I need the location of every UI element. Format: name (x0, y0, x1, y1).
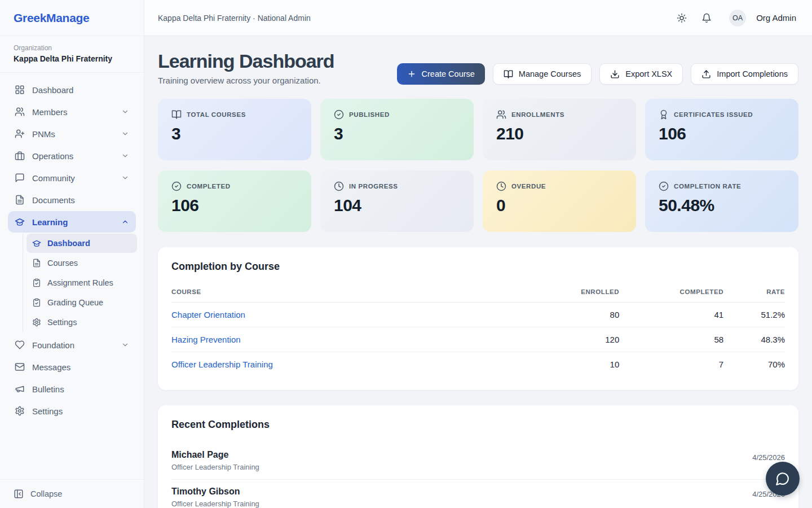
sidebar-item-dashboard[interactable]: Dashboard (8, 79, 136, 100)
collapse-sidebar-button[interactable]: Collapse (0, 479, 144, 508)
book-open-icon (504, 69, 513, 79)
app-logo[interactable]: GreekManage (14, 11, 89, 25)
export-xlsx-button[interactable]: Export XLSX (599, 63, 683, 85)
stat-label: COMPLETED (187, 183, 231, 190)
plus-icon (407, 69, 416, 78)
sidebar-item-pnms[interactable]: PNMs (8, 123, 136, 144)
org-block: Organization Kappa Delta Phi Fraternity (0, 36, 144, 73)
main-content: Learning Dashboard Training overview acr… (144, 36, 812, 508)
member-name: Timothy Gibson (171, 487, 259, 497)
stat-card-completion-rate: COMPLETION RATE 50.48% (645, 170, 798, 232)
sidebar-item-documents[interactable]: Documents (8, 189, 136, 211)
import-completions-label: Import Completions (717, 69, 788, 78)
bell-icon (701, 13, 712, 23)
stat-card-in-progress: IN PROGRESS 104 (320, 170, 474, 232)
list-item: Timothy Gibson Officer Leadership Traini… (171, 480, 785, 508)
sidebar-subitem-grading-queue[interactable]: Grading Queue (27, 293, 137, 312)
logo-wrap: GreekManage (0, 0, 144, 36)
course-link[interactable]: Hazing Prevention (171, 335, 241, 344)
stat-label: COMPLETION RATE (674, 183, 741, 190)
avatar[interactable]: OA (729, 10, 746, 27)
sidebar-nav: Dashboard Members PNMs Operations (0, 73, 144, 479)
export-xlsx-label: Export XLSX (625, 69, 672, 78)
course-link[interactable]: Chapter Orientation (171, 310, 245, 319)
column-header-rate: RATE (723, 283, 785, 303)
sidebar-item-label: Learning (32, 217, 114, 227)
sidebar-item-learning[interactable]: Learning (8, 211, 136, 233)
sidebar-subitem-label: Grading Queue (47, 298, 103, 307)
stat-value: 106 (659, 124, 785, 143)
completion-course: Officer Leadership Training (171, 463, 259, 471)
sidebar: GreekManage Organization Kappa Delta Phi… (0, 0, 144, 508)
header-actions: Create Course Manage Courses Export XLSX (397, 63, 798, 85)
sidebar-subitem-label: Dashboard (47, 239, 90, 248)
learning-submenu: Dashboard Courses Assignment Rules Gradi… (23, 234, 137, 332)
course-link[interactable]: Officer Leadership Training (171, 360, 273, 369)
stat-value: 0 (496, 196, 623, 215)
completion-by-course-title: Completion by Course (171, 261, 785, 273)
message-square-icon (15, 173, 25, 183)
stat-value: 106 (171, 196, 298, 215)
gear-icon (32, 318, 41, 327)
theme-toggle-button[interactable] (672, 8, 692, 28)
page-title: Learning Dashboard (158, 51, 334, 72)
sidebar-subitem-learning-dashboard[interactable]: Dashboard (27, 234, 137, 253)
check-circle-icon (659, 181, 669, 191)
import-completions-button[interactable]: Import Completions (691, 63, 798, 85)
enrolled-value: 80 (515, 303, 619, 327)
mail-icon (15, 362, 25, 372)
topbar-right: OA Org Admin (672, 8, 798, 28)
sidebar-item-members[interactable]: Members (8, 101, 136, 122)
stat-label: TOTAL COURSES (187, 111, 246, 118)
completion-info: Michael Page Officer Leadership Training (171, 450, 259, 471)
sidebar-subitem-learning-settings[interactable]: Settings (27, 313, 137, 332)
sidebar-item-label: Bulletins (32, 384, 129, 394)
stat-card-completed: COMPLETED 106 (158, 170, 311, 232)
org-label: Organization (14, 44, 130, 52)
stats-grid: TOTAL COURSES 3 PUBLISHED 3 (158, 99, 798, 232)
manage-courses-button[interactable]: Manage Courses (493, 63, 592, 85)
sidebar-item-bulletins[interactable]: Bulletins (8, 378, 136, 400)
clock-icon (496, 181, 506, 191)
right-column: Kappa Delta Phi Fraternity · National Ad… (144, 0, 812, 508)
users-icon (15, 107, 25, 117)
layout-grid-icon (15, 85, 25, 95)
clock-icon (334, 181, 344, 191)
sidebar-item-label: Settings (32, 406, 129, 416)
sidebar-item-operations[interactable]: Operations (8, 145, 136, 167)
enrolled-value: 10 (515, 352, 619, 377)
stat-value: 210 (496, 124, 623, 143)
notifications-button[interactable] (696, 8, 717, 28)
sidebar-subitem-assignment-rules[interactable]: Assignment Rules (27, 273, 137, 292)
clipboard-check-icon (32, 298, 41, 307)
create-course-button[interactable]: Create Course (397, 63, 485, 85)
recent-completions-list: Michael Page Officer Leadership Training… (171, 443, 785, 508)
sidebar-item-settings[interactable]: Settings (8, 400, 136, 422)
collapse-label: Collapse (30, 489, 62, 498)
sidebar-item-foundation[interactable]: Foundation (8, 334, 136, 356)
stat-card-certificates-issued: CERTIFICATES ISSUED 106 (645, 99, 798, 160)
upload-icon (701, 69, 711, 79)
stat-label: ENROLLMENTS (511, 111, 564, 118)
recent-completions-title: Recent Completions (171, 419, 785, 431)
chevron-down-icon (121, 130, 129, 138)
sidebar-item-label: PNMs (32, 129, 114, 139)
briefcase-icon (15, 151, 25, 161)
chat-fab-button[interactable] (766, 462, 800, 496)
table-row: Hazing Prevention 120 58 48.3% (171, 327, 785, 352)
rate-value: 70% (723, 352, 785, 377)
award-icon (659, 110, 669, 120)
table-row: Officer Leadership Training 10 7 70% (171, 352, 785, 377)
sidebar-item-community[interactable]: Community (8, 167, 136, 189)
column-header-completed: COMPLETED (619, 283, 723, 303)
rate-value: 48.3% (723, 327, 785, 352)
stat-label: CERTIFICATES ISSUED (674, 111, 753, 118)
topbar: Kappa Delta Phi Fraternity · National Ad… (144, 0, 812, 36)
panel-collapse-icon (14, 489, 24, 499)
sidebar-item-messages[interactable]: Messages (8, 356, 136, 378)
manage-courses-label: Manage Courses (519, 69, 581, 78)
stat-value: 104 (334, 196, 460, 215)
stat-card-published: PUBLISHED 3 (320, 99, 474, 160)
sidebar-subitem-courses[interactable]: Courses (27, 253, 137, 273)
completion-info: Timothy Gibson Officer Leadership Traini… (171, 487, 259, 508)
